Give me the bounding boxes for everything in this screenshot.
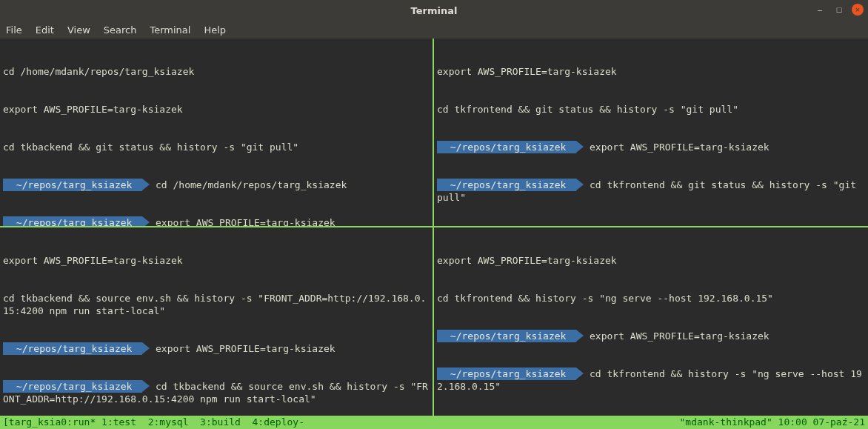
window-controls: – □ ×	[813, 3, 864, 16]
pane-bottom-right[interactable]: export AWS_PROFILE=targ-ksiazek cd tkfro…	[434, 227, 868, 416]
statusbar-left: [targ_ksia0:run* 1:test 2:mysql 3:build …	[3, 416, 304, 429]
menu-search[interactable]: Search	[104, 24, 137, 36]
pane-top-right[interactable]: export AWS_PROFILE=targ-ksiazek cd tkfro…	[434, 39, 868, 227]
prompt-line: ~/repos/targ_ksiazek export AWS_PROFILE=…	[3, 216, 430, 227]
minimize-icon[interactable]: –	[813, 3, 827, 16]
prompt-line: ~/repos/targ_ksiazek export AWS_PROFILE=…	[437, 330, 865, 342]
history-line: export AWS_PROFILE=targ-ksiazek	[3, 103, 430, 116]
command-text: export AWS_PROFILE=targ-ksiazek	[584, 330, 769, 342]
menu-edit[interactable]: Edit	[36, 24, 54, 36]
history-line: export AWS_PROFILE=targ-ksiazek	[3, 254, 430, 267]
command-text: export AWS_PROFILE=targ-ksiazek	[150, 343, 335, 354]
prompt-line: ~/repos/targ_ksiazek cd tkfrontend && gi…	[437, 179, 865, 204]
history-line: export AWS_PROFILE=targ-ksiazek	[437, 254, 865, 267]
menu-view[interactable]: View	[67, 24, 90, 36]
statusbar-right: "mdank-thinkpad" 10:00 07-paź-21	[680, 416, 865, 429]
prompt-path: ~/repos/targ_ksiazek	[3, 216, 142, 227]
command-text: export AWS_PROFILE=targ-ksiazek	[150, 217, 335, 227]
close-icon[interactable]: ×	[852, 4, 864, 16]
prompt-line: ~/repos/targ_ksiazek export AWS_PROFILE=…	[3, 342, 430, 355]
menu-terminal[interactable]: Terminal	[150, 24, 190, 36]
prompt-path: ~/repos/targ_ksiazek	[437, 330, 576, 342]
prompt-line: ~/repos/targ_ksiazek cd /home/mdank/repo…	[3, 179, 430, 191]
history-line: cd /home/mdank/repos/targ_ksiazek	[3, 65, 430, 78]
prompt-path: ~/repos/targ_ksiazek	[3, 179, 142, 191]
history-line: cd tkfrontend && history -s "ng serve --…	[437, 292, 865, 305]
menu-help[interactable]: Help	[204, 24, 226, 36]
prompt-path: ~/repos/targ_ksiazek	[3, 380, 142, 393]
tmux-grid: cd /home/mdank/repos/targ_ksiazek export…	[0, 39, 868, 416]
prompt-line: ~/repos/targ_ksiazek cd tkbackend && sou…	[3, 380, 430, 405]
maximize-icon[interactable]: □	[832, 3, 846, 16]
menubar: File Edit View Search Terminal Help	[0, 21, 868, 39]
menu-file[interactable]: File	[6, 24, 22, 36]
command-text: export AWS_PROFILE=targ-ksiazek	[584, 142, 769, 153]
pane-top-left[interactable]: cd /home/mdank/repos/targ_ksiazek export…	[0, 39, 434, 227]
pane-bottom-left[interactable]: export AWS_PROFILE=targ-ksiazek cd tkbac…	[0, 227, 434, 416]
prompt-path: ~/repos/targ_ksiazek	[437, 141, 576, 153]
prompt-path: ~/repos/targ_ksiazek	[3, 342, 142, 355]
history-line: cd tkbackend && git status && history -s…	[3, 141, 430, 153]
window-titlebar: Terminal – □ ×	[0, 0, 868, 21]
history-line: cd tkbackend && source env.sh && history…	[3, 292, 430, 317]
prompt-path: ~/repos/targ_ksiazek	[437, 368, 576, 380]
prompt-line: ~/repos/targ_ksiazek cd tkfrontend && hi…	[437, 368, 865, 393]
command-text: cd /home/mdank/repos/targ_ksiazek	[150, 179, 347, 190]
window-title: Terminal	[0, 5, 868, 16]
history-line: export AWS_PROFILE=targ-ksiazek	[437, 65, 865, 78]
history-line: cd tkfrontend && git status && history -…	[437, 103, 865, 116]
prompt-line: ~/repos/targ_ksiazek export AWS_PROFILE=…	[437, 141, 865, 153]
tmux-statusbar[interactable]: [targ_ksia0:run* 1:test 2:mysql 3:build …	[0, 416, 868, 429]
prompt-path: ~/repos/targ_ksiazek	[437, 179, 576, 191]
